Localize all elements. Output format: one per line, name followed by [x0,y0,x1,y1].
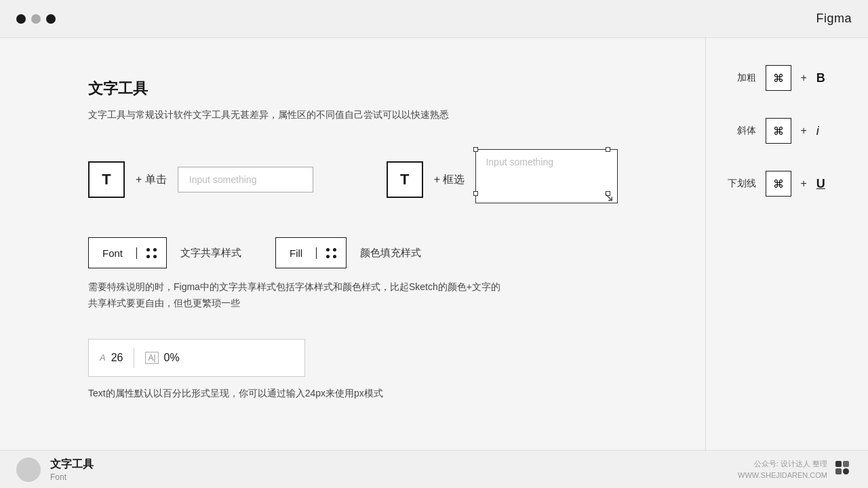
cmd-key-underline: ⌘ [766,171,791,197]
plus-underline: + [801,178,807,190]
style-row: Font 文字共享样式 Fill 颜色填充样式 [88,237,617,268]
size-a-label: A [100,352,106,363]
demo-row-single: T + 单击 T + 框选 Input something ↘ [88,149,617,210]
box-input-placeholder[interactable]: Input something [476,150,617,174]
top-bar: Figma [0,0,868,38]
underline-key: U [816,177,825,191]
corner-bl [473,191,478,196]
bottom-left: 文字工具 Font [16,458,94,482]
corner-tr [606,147,610,152]
size-section-left: A 26 [89,352,134,364]
bottom-right: 公众号: 设计达人 整理 WWW.SHEJIDAREN.COM [738,458,852,481]
underline-shortcut: 下划线 ⌘ + U [726,171,848,197]
cmd-key-italic: ⌘ [766,118,791,144]
plus-bold: + [801,72,807,84]
font-btn-label: Font [89,247,137,259]
box-input-outer: Input something [475,149,618,203]
note1-line1: 需要特殊说明的时，Figma中的文字共享样式包括字体样式和颜色样式，比起Sket… [88,281,500,292]
size-value: 26 [111,352,123,364]
cmd-symbol-underline: ⌘ [773,178,784,190]
svg-rect-1 [843,461,849,467]
font-style-desc: 文字共享样式 [180,247,241,260]
figma-icon [833,458,852,481]
app-name: Figma [816,12,852,26]
svg-rect-0 [835,461,842,467]
svg-rect-2 [835,468,842,474]
cmd-symbol: ⌘ [773,72,784,85]
bottom-info: 文字工具 Font [50,458,94,482]
bold-label: 加粗 [726,72,756,84]
close-button[interactable] [16,14,26,24]
t-button-single[interactable]: T [88,161,125,198]
box-input-container: Input something ↘ [475,149,617,210]
section-desc: 文字工具与常规设计软件文字工具无甚差异，属性区的不同值自己尝试可以以快速熟悉 [88,107,617,122]
italic-shortcut: 斜体 ⌘ + i [726,118,848,144]
content: 文字工具 文字工具与常规设计软件文字工具无甚差异，属性区的不同值自己尝试可以以快… [0,38,705,400]
bottom-bar: 文字工具 Font 公众号: 设计达人 整理 WWW.SHEJIDAREN.CO… [0,450,868,488]
italic-key: i [816,124,819,138]
bottom-watermark: 公众号: 设计达人 整理 WWW.SHEJIDAREN.COM [738,458,827,481]
main-area: 文字工具 文字工具与常规设计软件文字工具无甚差异，属性区的不同值自己尝试可以以快… [0,38,705,488]
cmd-key-bold: ⌘ [766,65,791,91]
size-percent-label: A| [145,352,158,364]
note2: Text的属性默认以百分比形式呈现，你可以通过输入24px来使用px模式 [88,388,617,400]
watermark-line2: WWW.SHEJIDAREN.COM [738,470,827,481]
bold-key: B [816,71,825,85]
fill-btn-dots [317,248,346,258]
maximize-button[interactable] [46,14,56,24]
bottom-subtitle: Font [50,472,94,482]
size-percent: 0% [164,352,180,364]
inline-text-input[interactable] [178,167,313,192]
minimize-button[interactable] [31,14,41,24]
italic-label: 斜体 [726,125,756,137]
section-title: 文字工具 [88,79,617,99]
note1: 需要特殊说明的时，Figma中的文字共享样式包括字体样式和颜色样式，比起Sket… [88,279,617,312]
note1-line2: 共享样式要更自由，但也更繁琐一些 [88,298,240,308]
size-section-right: A| 0% [134,352,190,364]
fill-style-desc: 颜色填充样式 [360,247,421,260]
cmd-symbol-italic: ⌘ [773,125,784,138]
font-style-button[interactable]: Font [88,237,167,268]
corner-tl [473,147,478,152]
bottom-title: 文字工具 [50,458,94,472]
bold-shortcut: 加粗 ⌘ + B [726,65,848,91]
svg-point-3 [843,468,849,474]
t-button-frame[interactable]: T [387,161,423,198]
frame-select-label: + 框选 [434,173,465,187]
traffic-lights [16,14,56,24]
watermark-line1: 公众号: 设计达人 整理 [738,458,827,470]
size-row: A 26 A| 0% [88,339,305,377]
fill-style-button[interactable]: Fill [275,237,347,268]
font-btn-dots [137,248,166,258]
bottom-avatar [16,458,41,482]
underline-label: 下划线 [726,178,756,190]
resize-handle: ↘ [603,188,614,205]
right-panel: 加粗 ⌘ + B 斜体 ⌘ + i 下划线 ⌘ + U [705,38,868,488]
plus-italic: + [801,125,807,137]
fill-btn-label: Fill [276,247,317,259]
single-click-label: + 单击 [136,173,167,187]
